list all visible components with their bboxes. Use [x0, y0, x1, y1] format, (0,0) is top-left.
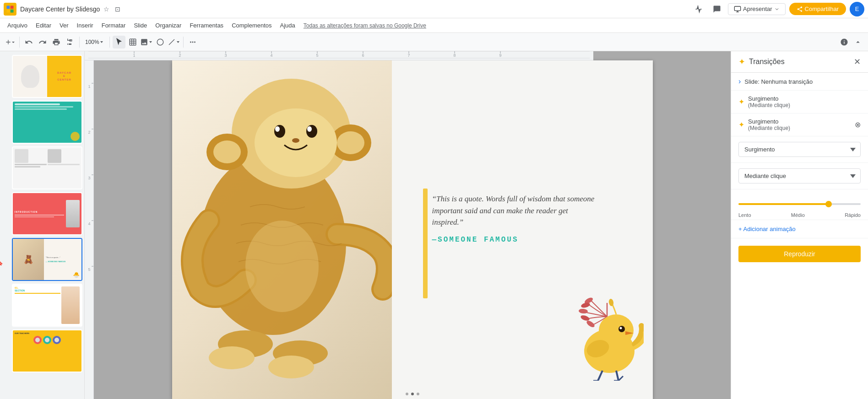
- reproduce-button[interactable]: Reproduzir: [738, 246, 861, 262]
- trigger-select[interactable]: Mediante clique: [738, 168, 861, 183]
- panel-title-label: Transições: [749, 58, 785, 66]
- more-tools-button[interactable]: [186, 36, 199, 49]
- toolbar-separator-2: [79, 37, 80, 48]
- line-tool-button[interactable]: [168, 36, 180, 49]
- menu-ajuda[interactable]: Ajuda: [277, 20, 299, 31]
- animation-row-2: ✦ Surgimento (Mediante clique) ⊗: [731, 113, 868, 136]
- add-button[interactable]: [4, 36, 16, 49]
- menu-arquivo[interactable]: Arquivo: [4, 20, 31, 31]
- svg-rect-0: [7, 5, 10, 9]
- svg-text:5: 5: [88, 267, 90, 272]
- present-label: Apresentar: [743, 5, 772, 12]
- toolbar: 100%: [0, 33, 868, 51]
- add-animation-label: + Adicionar animação: [738, 226, 796, 232]
- svg-text:9: 9: [499, 53, 501, 58]
- panel-close-button[interactable]: ✕: [854, 57, 861, 67]
- image-tool-button[interactable]: [140, 36, 153, 49]
- add-animation-button[interactable]: + Adicionar animação: [731, 220, 868, 238]
- transition-type-section: Surgimento: [731, 136, 868, 163]
- slide-num-2: 2: [0, 119, 1, 125]
- svg-point-61: [578, 308, 588, 314]
- select-tool-button[interactable]: [113, 36, 125, 49]
- svg-text:5: 5: [316, 53, 318, 58]
- svg-rect-3: [11, 9, 14, 12]
- editor-area: 1 2 3 4 5 6 7 8 9: [85, 51, 731, 399]
- slide-thumb-6[interactable]: 01. SECTION: [12, 284, 82, 327]
- panel-title-container: ✦ Transições: [738, 57, 785, 67]
- activity-icon[interactable]: [691, 2, 706, 16]
- svg-point-51: [275, 126, 280, 132]
- slide-canvas[interactable]: “This is a quote. Words full of wisdom t…: [172, 60, 653, 399]
- anim-icon-1: ✦: [738, 97, 744, 106]
- slide-panel: 1 DAYCARECENTER 2: [0, 51, 85, 399]
- user-avatar[interactable]: E: [850, 2, 864, 16]
- slide-thumb-7[interactable]: OUR TEACHERS: [12, 329, 82, 372]
- transition-type-select[interactable]: Surgimento: [738, 142, 861, 157]
- undo-button[interactable]: [22, 36, 35, 49]
- animation-row-1: ✦ Surgimento (Mediante clique): [731, 91, 868, 113]
- quote-text: “This is a quote. Words full of wisdom t…: [432, 193, 602, 228]
- comment-icon[interactable]: [710, 2, 724, 16]
- print-button[interactable]: [50, 36, 63, 49]
- menu-editar[interactable]: Editar: [32, 20, 55, 31]
- slide-num-1: 1: [0, 74, 1, 79]
- svg-text:8: 8: [453, 53, 456, 58]
- svg-line-11: [169, 39, 174, 45]
- speed-slider[interactable]: [738, 203, 861, 205]
- panel-header: ✦ Transições ✕: [731, 51, 868, 73]
- assistant-button[interactable]: [838, 36, 851, 49]
- menu-complementos[interactable]: Complementos: [228, 20, 275, 31]
- speed-label-fast: Rápido: [845, 212, 861, 218]
- zoom-button[interactable]: 100%: [82, 36, 107, 49]
- star-icon[interactable]: ☆: [102, 5, 111, 14]
- menu-ver[interactable]: Ver: [56, 20, 72, 31]
- slide-thumb-3[interactable]: [12, 146, 82, 189]
- anim-delete-button-2[interactable]: ⊗: [855, 120, 861, 129]
- doc-title: Daycare Center by Slidesgo: [20, 5, 100, 13]
- svg-text:1: 1: [133, 53, 135, 58]
- chick-illustration: [570, 289, 644, 381]
- svg-point-45: [213, 140, 241, 163]
- redo-button[interactable]: [36, 36, 49, 49]
- menu-inserir[interactable]: Inserir: [73, 20, 97, 31]
- anim-name-2: Surgimento: [748, 118, 851, 125]
- slide-thumb-5[interactable]: 🧸 "This is a quote..." — SOMEONE FAMOUS …: [12, 238, 82, 281]
- svg-rect-4: [734, 6, 740, 11]
- slide-thumb-1[interactable]: DAYCARECENTER: [12, 55, 82, 98]
- anim-info-1: Surgimento (Mediante clique): [748, 95, 861, 108]
- app-logo: [4, 3, 16, 16]
- trigger-section: Mediante clique: [731, 163, 868, 189]
- autosave-status[interactable]: Todas as alterações foram salvas no Goog…: [304, 22, 426, 29]
- share-button[interactable]: Compartilhar: [789, 3, 846, 15]
- svg-line-71: [616, 371, 618, 381]
- menu-ferramentas[interactable]: Ferramentas: [186, 20, 227, 31]
- folder-icon[interactable]: ⊡: [113, 5, 122, 14]
- transitions-panel: ✦ Transições ✕ › Slide: Nenhuma transiçã…: [731, 51, 868, 399]
- svg-point-50: [306, 125, 317, 138]
- speed-label-medium: Médio: [791, 212, 805, 218]
- svg-text:4: 4: [88, 221, 90, 226]
- share-label: Compartilhar: [805, 5, 839, 12]
- dot-2: [411, 393, 414, 395]
- menu-organizar[interactable]: Organizar: [152, 20, 185, 31]
- quote-author: —SOMEONE FAMOUS: [432, 236, 602, 244]
- top-right-actions: Apresentar Compartilhar E: [691, 2, 864, 16]
- slide-thumb-4[interactable]: INTRODUCTION: [12, 192, 82, 235]
- frame-tool-button[interactable]: [126, 36, 139, 49]
- paint-format-button[interactable]: [64, 36, 76, 49]
- speed-label-slow: Lento: [738, 212, 751, 218]
- toolbar-separator-1: [19, 37, 20, 48]
- dot-1: [406, 393, 408, 395]
- slide-thumb-2[interactable]: [12, 101, 82, 144]
- slide-transition-arrow: ›: [738, 77, 741, 86]
- menu-formatar[interactable]: Formatar: [98, 20, 130, 31]
- reproduce-label: Reproduzir: [784, 250, 815, 258]
- speed-slider-container: [738, 195, 861, 210]
- slide-transition-row[interactable]: › Slide: Nenhuma transição: [731, 73, 868, 91]
- svg-text:7: 7: [407, 53, 410, 58]
- menu-slide[interactable]: Slide: [130, 20, 151, 31]
- shape-tool-button[interactable]: [154, 36, 167, 49]
- present-button[interactable]: Apresentar: [728, 3, 786, 15]
- speed-section: Lento Médio Rápido: [731, 189, 868, 220]
- collapse-panel-button[interactable]: [852, 36, 864, 49]
